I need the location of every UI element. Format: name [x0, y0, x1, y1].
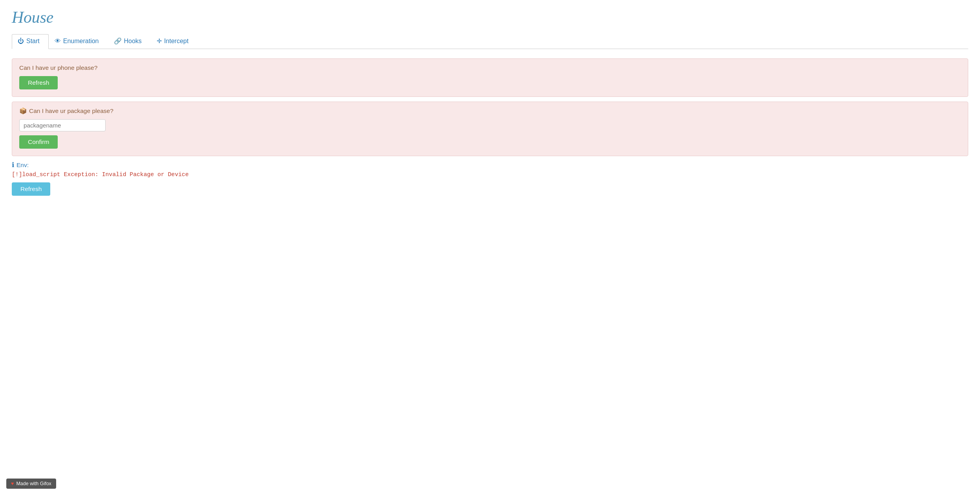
- footer-text: Made with Gifox: [16, 481, 51, 486]
- confirm-button[interactable]: Confirm: [19, 135, 58, 149]
- env-error-text: [!]load_script Exception: Invalid Packag…: [12, 171, 968, 178]
- package-name-input[interactable]: [19, 119, 106, 131]
- crosshair-icon: ✛: [157, 37, 162, 45]
- heart-icon: ♥: [11, 481, 14, 486]
- package-section-label: 📦 Can I have ur package please?: [19, 107, 961, 115]
- phone-section-label: Can I have ur phone please?: [19, 64, 961, 71]
- env-section: ℹ Env: [!]load_script Exception: Invalid…: [12, 161, 968, 196]
- tab-intercept-label: Intercept: [164, 38, 188, 45]
- env-refresh-button[interactable]: Refresh: [12, 182, 50, 196]
- hook-icon: 🔗: [114, 37, 122, 45]
- phone-refresh-button[interactable]: Refresh: [19, 76, 58, 89]
- eye-icon: 👁: [55, 38, 61, 45]
- package-icon: 📦: [19, 107, 27, 115]
- tabs-bar: ⏻ Start 👁 Enumeration 🔗 Hooks ✛ Intercep…: [12, 34, 968, 49]
- info-icon: ℹ: [12, 161, 14, 169]
- phone-section: Can I have ur phone please? Refresh: [12, 58, 968, 97]
- tab-intercept[interactable]: ✛ Intercept: [151, 34, 197, 49]
- tab-hooks[interactable]: 🔗 Hooks: [108, 34, 151, 49]
- footer-badge: ♥ Made with Gifox: [6, 479, 56, 489]
- package-section: 📦 Can I have ur package please? Confirm: [12, 102, 968, 156]
- tab-enumeration-label: Enumeration: [63, 38, 99, 45]
- env-label: ℹ Env:: [12, 161, 968, 169]
- power-icon: ⏻: [18, 38, 24, 45]
- tab-start-label: Start: [26, 38, 40, 45]
- tab-enumeration[interactable]: 👁 Enumeration: [49, 34, 108, 49]
- tab-hooks-label: Hooks: [124, 38, 142, 45]
- app-title: House: [12, 8, 968, 27]
- tab-start[interactable]: ⏻ Start: [12, 34, 49, 49]
